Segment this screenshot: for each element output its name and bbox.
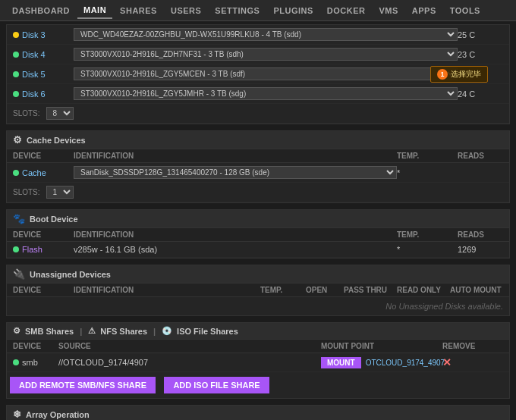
boot-col-temp: TEMP.: [397, 230, 458, 239]
smb-col-device: DEVICE: [13, 342, 58, 350]
disk5-id-select[interactable]: ST3000VX010-2H916L_ZGY5MCEN - 3 TB (sdf): [74, 67, 458, 80]
nav-vms[interactable]: VMS: [373, 3, 404, 18]
nav-apps[interactable]: APPS: [406, 3, 442, 18]
disk5-status-dot: [13, 71, 19, 77]
disk4-status-dot: [13, 52, 19, 58]
array-icon: ❄: [13, 409, 21, 420]
nav-plugins[interactable]: PLUGINS: [267, 3, 319, 18]
unassigned-col-passthru: PASS THRU: [344, 286, 397, 294]
boot-reads: 1269: [458, 245, 503, 254]
cache-col-id: IDENTIFICATION: [74, 152, 397, 160]
slots-select[interactable]: 8: [46, 107, 74, 120]
smb-table-header: DEVICE SOURCE MOUNT POINT REMOVE: [7, 340, 509, 353]
add-iso-button[interactable]: ADD ISO FILE SHARE: [164, 377, 269, 393]
boot-id: v285w - 16.1 GB (sda): [74, 245, 397, 254]
disk3-id-select[interactable]: WDC_WD40EZAZ-00ZGHBU_WD-WX51U99RLKU8 - 4…: [74, 28, 458, 41]
cache-slots-label: Slots:: [13, 188, 40, 196]
disks-slots-row: Slots: 8: [7, 104, 509, 124]
boot-section: 🐾 Boot Device DEVICE IDENTIFICATION TEMP…: [6, 209, 510, 259]
nfs-icon: ⚠: [88, 326, 96, 336]
smb-status-dot: [13, 359, 19, 365]
unassigned-table-header: DEVICE IDENTIFICATION TEMP. OPEN PASS TH…: [7, 284, 509, 297]
smb-title: SMB Shares: [25, 327, 74, 336]
smb-source: //OTCLOUD_9174/4907: [58, 358, 321, 367]
boot-icon: 🐾: [13, 213, 25, 224]
cache-slots-select[interactable]: 1: [46, 186, 74, 199]
array-section-title: Array Operation: [26, 410, 90, 419]
nav-main[interactable]: MAIN: [77, 2, 112, 19]
smb-shares-section: ⚙ SMB Shares | ⚠ NFS Shares | 💿 ISO File…: [6, 322, 510, 399]
nav-docker[interactable]: DOCKER: [321, 3, 372, 18]
cache-section-title: Cache Devices: [27, 136, 86, 145]
smb-col-remove: REMOVE: [442, 342, 503, 350]
table-row: Disk 5 ST3000VX010-2H916L_ZGY5MCEN - 3 T…: [7, 64, 509, 84]
unassigned-section-header: 🔌 Unassigned Devices: [7, 265, 509, 284]
table-row: Flash v285w - 16.1 GB (sda) * 1269: [7, 242, 509, 258]
flash-link[interactable]: Flash: [22, 245, 42, 254]
cache-device: Cache: [13, 168, 74, 177]
disk5-id-cell: ST3000VX010-2H916L_ZGY5MCEN - 3 TB (sdf)…: [74, 67, 458, 80]
disk6-link[interactable]: Disk 6: [22, 89, 46, 99]
disk6-id-select[interactable]: ST3000VX010-2H916L_ZGY5JMHR - 3 TB (sdg): [74, 87, 458, 100]
disk4-link[interactable]: Disk 4: [22, 50, 46, 59]
smb-remove-cell: ✕: [442, 356, 503, 368]
disk3-id-cell: WDC_WD40EZAZ-00ZGHBU_WD-WX51U99RLKU8 - 4…: [74, 28, 458, 41]
slots-label: Slots:: [13, 109, 40, 118]
cache-id-cell: SanDisk_SDSSDP128G_131465400270 - 128 GB…: [74, 166, 397, 179]
no-disks-message: No Unassigned Disks available.: [7, 297, 509, 315]
disk3-temp: 25 C: [458, 30, 503, 39]
unassigned-section: 🔌 Unassigned Devices DEVICE IDENTIFICATI…: [6, 265, 510, 316]
boot-temp: *: [397, 245, 458, 254]
top-nav: DASHBOARD MAIN SHARES USERS SETTINGS PLU…: [0, 0, 516, 21]
unassigned-col-automount: AUTO MOUNT: [450, 286, 503, 294]
nav-tools[interactable]: TOOLS: [444, 3, 486, 18]
boot-col-reads: READS: [458, 230, 503, 239]
cache-col-temp: TEMP.: [397, 152, 458, 160]
cache-id-select[interactable]: SanDisk_SDSSDP128G_131465400270 - 128 GB…: [74, 166, 397, 179]
table-row: Disk 3 WDC_WD40EZAZ-00ZGHBU_WD-WX51U99RL…: [7, 25, 509, 45]
unassigned-col-temp: TEMP.: [260, 286, 306, 294]
disk4-id-select[interactable]: ST3000VX010-2H916L_ZDH7NF31 - 3 TB (sdh): [74, 48, 458, 61]
cache-table-header: DEVICE IDENTIFICATION TEMP. READS: [7, 149, 509, 163]
unassigned-col-device: DEVICE: [13, 286, 74, 294]
disk6-status-dot: [13, 91, 19, 97]
choose-complete-label: 选择完毕: [451, 69, 481, 80]
add-smb-button[interactable]: ADD REMOTE SMB/NFS SHARE: [10, 377, 156, 393]
array-operation-section: ❄ Array Operation Stopped. Configuration…: [6, 405, 510, 420]
mount-button[interactable]: MOUNT: [321, 357, 361, 368]
nav-dashboard[interactable]: DASHBOARD: [6, 3, 76, 18]
disk6-temp: 24 C: [458, 89, 503, 99]
mount-point-link[interactable]: OTCLOUD_9174_4907: [366, 359, 445, 367]
smb-device-name: smb: [22, 358, 38, 367]
nav-shares[interactable]: SHARES: [114, 3, 163, 18]
unassigned-icon: 🔌: [13, 268, 25, 280]
smb-mountpoint-cell: MOUNT OTCLOUD_9174_4907: [321, 357, 442, 368]
boot-section-header: 🐾 Boot Device: [7, 210, 509, 228]
unassigned-col-readonly: READ ONLY: [397, 286, 450, 294]
unassigned-section-title: Unassigned Devices: [30, 270, 111, 279]
smb-shares-header-content: ⚙ SMB Shares | ⚠ NFS Shares | 💿 ISO File…: [13, 326, 238, 336]
disk4-device: Disk 4: [13, 50, 74, 59]
nav-settings[interactable]: SETTINGS: [209, 3, 266, 18]
cache-section: ⚙ Cache Devices DEVICE IDENTIFICATION TE…: [6, 130, 510, 203]
disk3-link[interactable]: Disk 3: [22, 30, 46, 39]
array-section-header: ❄ Array Operation: [7, 406, 509, 420]
iso-title: ISO File Shares: [177, 327, 238, 336]
nav-users[interactable]: USERS: [165, 3, 207, 18]
cache-slots-row: Slots: 1: [7, 183, 509, 202]
boot-device: Flash: [13, 245, 74, 254]
smb-col-mountpoint: MOUNT POINT: [321, 342, 442, 350]
smb-icon: ⚙: [13, 326, 20, 336]
smb-col-source: SOURCE: [58, 342, 321, 350]
disks-section: Disk 3 WDC_WD40EZAZ-00ZGHBU_WD-WX51U99RL…: [6, 24, 510, 124]
boot-section-title: Boot Device: [30, 215, 78, 224]
remove-icon[interactable]: ✕: [442, 356, 452, 368]
cache-col-device: DEVICE: [13, 152, 74, 160]
table-row: Disk 6 ST3000VX010-2H916L_ZGY5JMHR - 3 T…: [7, 84, 509, 104]
choose-complete-tooltip: 1 选择完毕: [430, 66, 488, 83]
cache-link[interactable]: Cache: [22, 168, 46, 177]
disk5-device: Disk 5: [13, 70, 74, 79]
boot-table-header: DEVICE IDENTIFICATION TEMP. READS: [7, 228, 509, 242]
disk5-link[interactable]: Disk 5: [22, 70, 46, 79]
table-row: Cache SanDisk_SDSSDP128G_131465400270 - …: [7, 163, 509, 183]
